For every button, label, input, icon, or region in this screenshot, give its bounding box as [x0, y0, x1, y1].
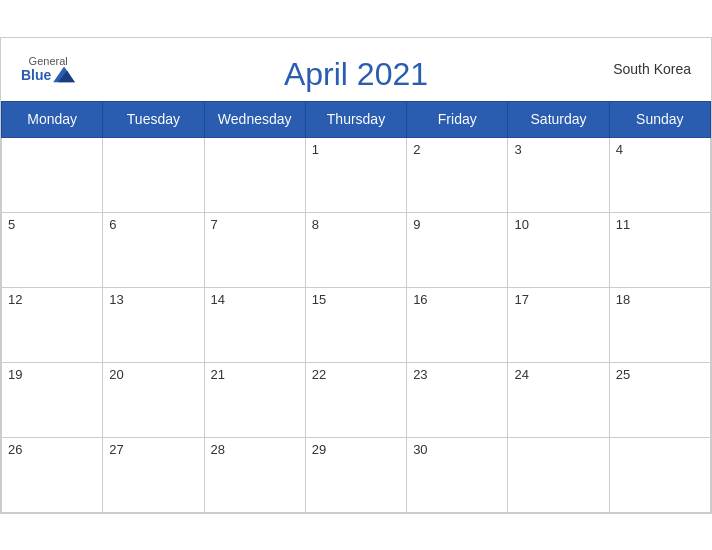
- logo-icon: [53, 67, 75, 83]
- calendar-day-cell: 11: [609, 212, 710, 287]
- day-number: 6: [109, 217, 116, 232]
- calendar-day-cell: 5: [2, 212, 103, 287]
- calendar-day-cell: 24: [508, 362, 609, 437]
- day-number: 8: [312, 217, 319, 232]
- day-number: 4: [616, 142, 623, 157]
- calendar-day-cell: 7: [204, 212, 305, 287]
- calendar-day-cell: [2, 137, 103, 212]
- calendar-day-cell: 20: [103, 362, 204, 437]
- calendar-day-cell: 28: [204, 437, 305, 512]
- calendar-day-cell: 1: [305, 137, 406, 212]
- day-number: 17: [514, 292, 528, 307]
- calendar-week-row: 567891011: [2, 212, 711, 287]
- calendar-body: 1234567891011121314151617181920212223242…: [2, 137, 711, 512]
- day-number: 1: [312, 142, 319, 157]
- calendar-day-cell: [609, 437, 710, 512]
- header-monday: Monday: [2, 101, 103, 137]
- header-tuesday: Tuesday: [103, 101, 204, 137]
- calendar-title: April 2021: [21, 56, 691, 93]
- day-number: 3: [514, 142, 521, 157]
- logo-blue: Blue: [21, 68, 51, 82]
- header-thursday: Thursday: [305, 101, 406, 137]
- calendar-day-cell: [103, 137, 204, 212]
- day-number: 12: [8, 292, 22, 307]
- calendar-day-cell: 21: [204, 362, 305, 437]
- header-friday: Friday: [407, 101, 508, 137]
- calendar-day-cell: 8: [305, 212, 406, 287]
- day-number: 28: [211, 442, 225, 457]
- day-number: 26: [8, 442, 22, 457]
- calendar-day-cell: 18: [609, 287, 710, 362]
- calendar-day-cell: 6: [103, 212, 204, 287]
- calendar-day-cell: 15: [305, 287, 406, 362]
- day-number: 25: [616, 367, 630, 382]
- day-number: 20: [109, 367, 123, 382]
- day-number: 9: [413, 217, 420, 232]
- day-number: 16: [413, 292, 427, 307]
- calendar-day-cell: 14: [204, 287, 305, 362]
- calendar-day-cell: 3: [508, 137, 609, 212]
- calendar-day-cell: 4: [609, 137, 710, 212]
- day-number: 5: [8, 217, 15, 232]
- day-number: 23: [413, 367, 427, 382]
- header-sunday: Sunday: [609, 101, 710, 137]
- calendar-day-cell: 12: [2, 287, 103, 362]
- day-number: 14: [211, 292, 225, 307]
- day-number: 2: [413, 142, 420, 157]
- calendar-day-cell: 9: [407, 212, 508, 287]
- calendar-day-cell: [508, 437, 609, 512]
- header-saturday: Saturday: [508, 101, 609, 137]
- calendar-day-cell: 22: [305, 362, 406, 437]
- day-number: 7: [211, 217, 218, 232]
- calendar-day-cell: 26: [2, 437, 103, 512]
- header-wednesday: Wednesday: [204, 101, 305, 137]
- day-number: 22: [312, 367, 326, 382]
- day-number: 10: [514, 217, 528, 232]
- day-number: 15: [312, 292, 326, 307]
- days-header-row: Monday Tuesday Wednesday Thursday Friday…: [2, 101, 711, 137]
- calendar-header: General Blue April 2021 South Korea: [1, 38, 711, 101]
- calendar-day-cell: 13: [103, 287, 204, 362]
- day-number: 19: [8, 367, 22, 382]
- logo-general: General: [29, 56, 68, 67]
- calendar-day-cell: 16: [407, 287, 508, 362]
- calendar-day-cell: 30: [407, 437, 508, 512]
- calendar-day-cell: 23: [407, 362, 508, 437]
- calendar-day-cell: 2: [407, 137, 508, 212]
- logo: General Blue: [21, 56, 75, 83]
- day-number: 30: [413, 442, 427, 457]
- day-number: 18: [616, 292, 630, 307]
- calendar-day-cell: [204, 137, 305, 212]
- day-number: 27: [109, 442, 123, 457]
- calendar-week-row: 12131415161718: [2, 287, 711, 362]
- calendar-week-row: 1234: [2, 137, 711, 212]
- calendar-day-cell: 17: [508, 287, 609, 362]
- day-number: 29: [312, 442, 326, 457]
- calendar-day-cell: 29: [305, 437, 406, 512]
- calendar-day-cell: 19: [2, 362, 103, 437]
- calendar-container: General Blue April 2021 South Korea Mond…: [0, 37, 712, 514]
- day-number: 21: [211, 367, 225, 382]
- day-number: 11: [616, 217, 630, 232]
- calendar-day-cell: 10: [508, 212, 609, 287]
- calendar-region: South Korea: [613, 61, 691, 77]
- calendar-week-row: 2627282930: [2, 437, 711, 512]
- calendar-day-cell: 27: [103, 437, 204, 512]
- calendar-week-row: 19202122232425: [2, 362, 711, 437]
- calendar-table: Monday Tuesday Wednesday Thursday Friday…: [1, 101, 711, 513]
- day-number: 13: [109, 292, 123, 307]
- day-number: 24: [514, 367, 528, 382]
- calendar-day-cell: 25: [609, 362, 710, 437]
